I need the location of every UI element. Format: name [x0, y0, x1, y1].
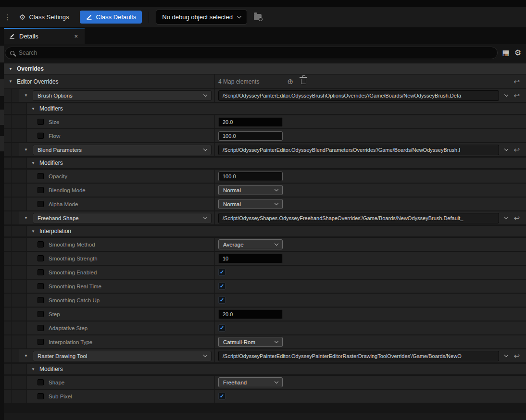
map-key-name-column: ▼Raster Drawing Tool [4, 349, 215, 362]
override-checkbox[interactable] [38, 393, 44, 399]
map-key-name-column: ▼Brush Options [4, 89, 215, 102]
property-value-column: Catmull-Rom [215, 335, 526, 348]
reset-to-default-icon[interactable]: ↩ [513, 92, 520, 99]
value-checkbox[interactable]: ✓ [218, 324, 225, 332]
reset-to-default-icon[interactable]: ↩ [513, 78, 520, 85]
class-defaults-button[interactable]: Class Defaults [80, 11, 142, 24]
map-key-row: ▼Blend Parameters/Script/OdysseyPainterE… [4, 143, 526, 156]
property-label: Sub Pixel [49, 394, 72, 399]
override-checkbox[interactable] [38, 283, 44, 289]
object-options-chevron[interactable] [499, 355, 513, 357]
value-dropdown[interactable]: Normal [218, 199, 283, 209]
override-checkbox[interactable] [38, 325, 44, 331]
override-checkbox[interactable] [38, 255, 44, 261]
map-value-column: /Script/OdysseyPainterEditor.OdysseyBlen… [215, 143, 526, 156]
tab-details[interactable]: Details × [4, 28, 85, 44]
expander-icon[interactable]: ▼ [9, 79, 13, 84]
group-header-row[interactable]: ▼Modifiers [4, 158, 526, 168]
tab-close-icon[interactable]: × [72, 33, 80, 40]
property-row: Step20.0 [4, 308, 526, 321]
property-name-column: Step [4, 308, 215, 321]
window-top-strip [0, 0, 526, 7]
class-settings-button[interactable]: ⚙ Class Settings [13, 11, 75, 24]
reset-to-default-icon[interactable]: ↩ [513, 214, 520, 222]
value-field[interactable]: 20.0 [218, 309, 283, 319]
override-checkbox[interactable] [38, 311, 44, 317]
value-dropdown[interactable]: Normal [218, 185, 283, 195]
display-filter-icon[interactable]: ▦ [502, 49, 510, 57]
indent-guide [4, 103, 12, 114]
object-options-chevron[interactable] [499, 149, 513, 150]
toolbar-separator [149, 12, 149, 23]
value-field[interactable]: 20.0 [218, 117, 283, 127]
category-header-overrides[interactable]: ▼ Overrides [4, 63, 526, 74]
value-checkbox[interactable]: ✓ [218, 269, 225, 276]
object-options-chevron[interactable] [499, 95, 513, 96]
value-checkbox[interactable]: ✓ [218, 296, 225, 304]
override-checkbox[interactable] [38, 379, 44, 385]
value-dropdown[interactable]: Catmull-Rom [218, 337, 283, 347]
view-options-gear-icon[interactable]: ⚙ [514, 49, 521, 57]
expander-icon[interactable]: ▼ [19, 216, 33, 220]
indent-spacer [27, 238, 38, 251]
override-checkbox[interactable] [38, 241, 44, 247]
value-dropdown[interactable]: Average [218, 239, 283, 249]
value-checkbox[interactable]: ✓ [218, 283, 225, 290]
object-path-field[interactable]: /Script/OdysseyPainterEditor.OdysseyPain… [218, 351, 499, 361]
map-key-dropdown[interactable]: Freehand Shape [33, 213, 212, 223]
group-header-label: Modifiers [39, 160, 63, 166]
group-header-row[interactable]: ▼Modifiers [4, 103, 526, 114]
group-header-row[interactable]: ▼Modifiers [4, 364, 526, 374]
object-options-chevron[interactable] [499, 217, 513, 219]
search-input[interactable] [19, 49, 492, 56]
override-checkbox[interactable] [38, 339, 44, 345]
group-header-row[interactable]: ▼Interpolation [4, 226, 526, 236]
object-path-field[interactable]: /Script/OdysseyPainterEditor.OdysseyBrus… [218, 90, 499, 101]
override-checkbox[interactable] [38, 119, 44, 125]
override-checkbox[interactable] [38, 133, 44, 139]
map-key-dropdown[interactable]: Raster Drawing Tool [33, 351, 212, 361]
browse-debug-object-icon[interactable] [254, 14, 262, 20]
map-key-label: Brush Options [38, 93, 73, 99]
object-path-field[interactable]: /Script/OdysseyPainterEditor.OdysseyBlen… [218, 145, 499, 155]
property-value-column: 100.0 [215, 129, 526, 142]
expander-icon[interactable]: ▼ [27, 161, 39, 165]
override-checkbox[interactable] [38, 173, 44, 179]
reset-to-default-icon[interactable]: ↩ [513, 146, 520, 153]
expander-icon[interactable]: ▼ [19, 93, 33, 98]
map-key-dropdown[interactable]: Brush Options [33, 90, 212, 101]
property-value-column: 10 [215, 252, 526, 265]
expander-icon[interactable]: ▼ [27, 107, 39, 111]
indent-guide [12, 89, 19, 102]
value-checkbox[interactable]: ✓ [218, 393, 225, 400]
indent-guide [12, 143, 19, 156]
expander-icon[interactable]: ▼ [27, 229, 39, 234]
value-dropdown[interactable]: Freehand [218, 377, 283, 387]
indent-guide [12, 308, 19, 321]
value-field[interactable]: 100.0 [218, 131, 283, 141]
override-checkbox[interactable] [38, 297, 44, 303]
map-key-name-column: ▼Blend Parameters [4, 143, 215, 156]
override-checkbox[interactable] [38, 269, 44, 275]
debug-object-selector[interactable]: No debug object selected [156, 10, 247, 25]
reset-to-default-icon[interactable]: ↩ [513, 352, 520, 359]
override-checkbox[interactable] [38, 187, 44, 193]
expander-icon[interactable]: ▼ [19, 148, 33, 152]
empty-map-trash-icon[interactable] [301, 79, 306, 84]
toolbar-overflow-icon[interactable]: ⋮ [4, 13, 9, 22]
map-key-dropdown[interactable]: Blend Parameters [33, 145, 212, 155]
value-dropdown-label: Catmull-Rom [223, 339, 255, 345]
expander-icon[interactable]: ▼ [27, 367, 39, 371]
object-path-field[interactable]: /Script/OdysseyShapes.OdysseyFreehandSha… [218, 213, 499, 223]
property-row: Blending ModeNormal [4, 184, 526, 197]
property-label: Blending Mode [49, 187, 86, 193]
value-field[interactable]: 10 [218, 254, 283, 263]
override-checkbox[interactable] [38, 201, 44, 207]
property-value-column: Freehand [215, 376, 526, 389]
expander-icon[interactable]: ▼ [19, 354, 33, 358]
add-map-element-icon[interactable]: ⊕ [287, 78, 293, 85]
search-box[interactable] [5, 47, 498, 59]
expander-icon[interactable]: ▼ [9, 67, 13, 71]
value-field[interactable]: 100.0 [218, 172, 283, 181]
indent-spacer [27, 129, 38, 142]
